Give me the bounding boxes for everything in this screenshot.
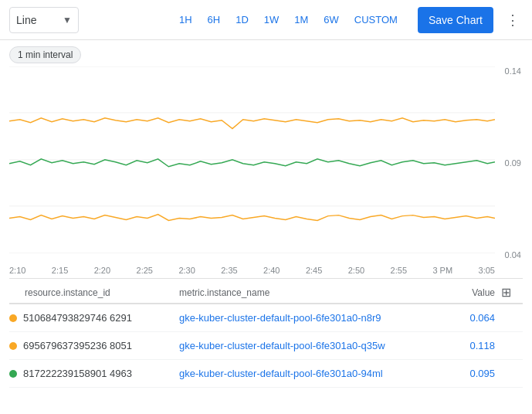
col-header-icon: ⊞	[501, 285, 523, 300]
instance-cell-1: 510684793829746 6291	[9, 312, 179, 324]
y-label-mid2: 0.09	[505, 158, 521, 168]
metric-link-3[interactable]: gke-kuber-cluster-default-pool-6fe301a0-…	[179, 368, 383, 379]
col-header-value: Value	[439, 287, 501, 298]
instance-id-3: 817222239158901 4963	[23, 368, 132, 379]
time-btn-1d[interactable]: 1D	[228, 7, 256, 33]
chart-wrapper: 0.14 0.09 0.04 2:10 2:15 2:20 2	[9, 66, 523, 275]
col-header-instance: resource.instance_id	[9, 287, 179, 298]
x-label-8: 2:50	[348, 266, 364, 275]
x-label-9: 2:55	[391, 266, 407, 275]
x-label-6: 2:40	[263, 266, 280, 275]
header: Line ▼ 1H 6H 1D 1W 1M 6W CUSTOM Save Cha…	[0, 0, 532, 40]
chart-container: 1 min interval 0.14 0.09 0.04	[0, 40, 532, 275]
x-label-0: 2:10	[9, 266, 25, 275]
series-dot-2	[9, 342, 17, 350]
instance-id-2: 695679637395236 8051	[23, 340, 132, 351]
instance-id-1: 510684793829746 6291	[23, 312, 132, 324]
x-label-3: 2:25	[137, 266, 153, 275]
time-btn-1m[interactable]: 1M	[286, 7, 316, 33]
save-chart-button[interactable]: Save Chart	[418, 7, 493, 33]
time-btn-1h[interactable]: 1H	[171, 7, 200, 33]
metric-cell-2: gke-kuber-cluster-default-pool-6fe301a0-…	[179, 340, 439, 351]
series-dot-1	[9, 314, 17, 322]
interval-badge: 1 min interval	[9, 46, 81, 63]
table-row: 817222239158901 4963 gke-kuber-cluster-d…	[9, 360, 523, 388]
column-settings-icon[interactable]: ⊞	[501, 286, 511, 299]
chart-type-label: Line	[16, 14, 36, 26]
y-label-top: 0.14	[505, 66, 521, 76]
col-header-metric: metric.instance_name	[179, 287, 439, 298]
time-btn-custom[interactable]: CUSTOM	[347, 7, 405, 33]
metric-link-1[interactable]: gke-kuber-cluster-default-pool-6fe301a0-…	[179, 312, 381, 324]
x-label-2: 2:20	[94, 266, 110, 275]
time-btn-1w[interactable]: 1W	[256, 7, 287, 33]
chart-svg	[9, 66, 495, 253]
table-row: 695679637395236 8051 gke-kuber-cluster-d…	[9, 332, 523, 360]
time-btn-6w[interactable]: 6W	[316, 7, 347, 33]
more-options-icon[interactable]: ⋮	[503, 8, 523, 32]
x-label-10: 3 PM	[432, 266, 452, 275]
value-cell-3: 0.095	[439, 368, 501, 379]
metric-cell-1: gke-kuber-cluster-default-pool-6fe301a0-…	[179, 312, 439, 324]
value-cell-2: 0.118	[439, 340, 501, 351]
x-axis-labels: 2:10 2:15 2:20 2:25 2:30 2:35 2:40 2:45 …	[9, 263, 495, 275]
value-cell-1: 0.064	[439, 312, 501, 324]
x-label-11: 3:05	[479, 266, 495, 275]
x-label-1: 2:15	[52, 266, 68, 275]
metric-cell-3: gke-kuber-cluster-default-pool-6fe301a0-…	[179, 368, 439, 379]
y-axis-labels: 0.14 0.09 0.04	[505, 66, 523, 260]
x-label-7: 2:45	[306, 266, 322, 275]
chevron-down-icon: ▼	[63, 15, 72, 25]
metric-link-2[interactable]: gke-kuber-cluster-default-pool-6fe301a0-…	[179, 340, 385, 351]
x-label-4: 2:30	[178, 266, 195, 275]
table-row: 510684793829746 6291 gke-kuber-cluster-d…	[9, 304, 523, 332]
x-label-5: 2:35	[221, 266, 237, 275]
chart-type-dropdown[interactable]: Line ▼	[9, 7, 79, 33]
y-label-bottom: 0.04	[505, 250, 521, 260]
table-header: resource.instance_id metric.instance_nam…	[9, 279, 523, 304]
time-options: 1H 6H 1D 1W 1M 6W CUSTOM	[171, 7, 405, 33]
series-dot-3	[9, 370, 17, 378]
instance-cell-3: 817222239158901 4963	[9, 368, 179, 379]
instance-cell-2: 695679637395236 8051	[9, 340, 179, 351]
time-btn-6h[interactable]: 6H	[200, 7, 229, 33]
data-table: resource.instance_id metric.instance_nam…	[9, 278, 523, 388]
